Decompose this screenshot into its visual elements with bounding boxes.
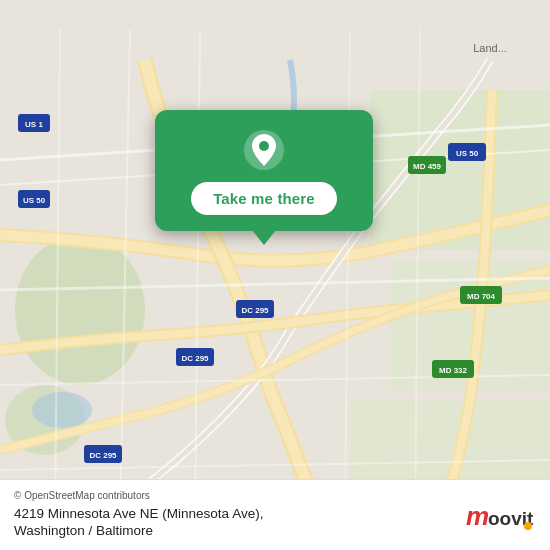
take-me-there-button[interactable]: Take me there (191, 182, 337, 215)
location-popup: Take me there (155, 110, 373, 231)
svg-text:DC 295: DC 295 (181, 354, 209, 363)
svg-text:MD 459: MD 459 (413, 162, 442, 171)
svg-text:MD 332: MD 332 (439, 366, 468, 375)
svg-text:MD 704: MD 704 (467, 292, 496, 301)
address-line1: 4219 Minnesota Ave NE (Minnesota Ave), (14, 505, 263, 523)
svg-point-41 (524, 522, 532, 530)
svg-text:DC 295: DC 295 (241, 306, 269, 315)
moovit-logo-svg: m oovit (466, 499, 536, 531)
address-line2: Washington / Baltimore (14, 522, 263, 540)
bottom-info-bar: © OpenStreetMap contributors 4219 Minnes… (0, 479, 550, 550)
svg-text:Land...: Land... (473, 42, 507, 54)
svg-text:DC 295: DC 295 (89, 451, 117, 460)
svg-point-38 (259, 141, 269, 151)
svg-point-6 (32, 392, 92, 428)
svg-text:US 1: US 1 (25, 120, 43, 129)
svg-text:m: m (466, 501, 489, 531)
svg-text:US 50: US 50 (23, 196, 46, 205)
location-pin-icon (242, 128, 286, 172)
address-section: © OpenStreetMap contributors 4219 Minnes… (14, 490, 263, 540)
moovit-logo: m oovit (466, 499, 536, 531)
map-container: US 1 US 50 US 50 MD 459 DC 295 DC 295 DC… (0, 0, 550, 550)
map-roads: US 1 US 50 US 50 MD 459 DC 295 DC 295 DC… (0, 0, 550, 550)
osm-attribution: © OpenStreetMap contributors (14, 490, 263, 501)
svg-text:US 50: US 50 (456, 149, 479, 158)
